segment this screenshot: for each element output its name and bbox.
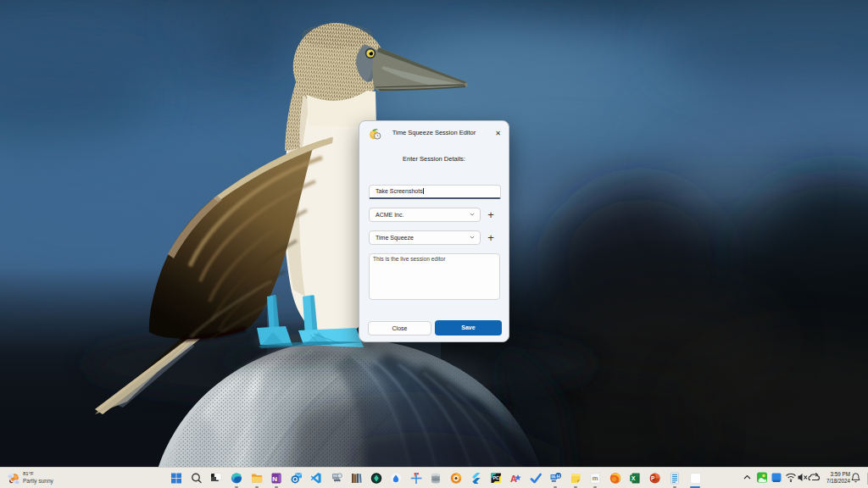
svg-text:PC: PC — [492, 475, 499, 480]
svg-text:N: N — [272, 475, 277, 483]
svg-text:X: X — [632, 475, 636, 481]
svg-text:P: P — [651, 475, 655, 481]
svg-text:m: m — [593, 474, 598, 482]
svg-text:H: H — [557, 474, 560, 479]
svg-text:A: A — [510, 474, 517, 484]
